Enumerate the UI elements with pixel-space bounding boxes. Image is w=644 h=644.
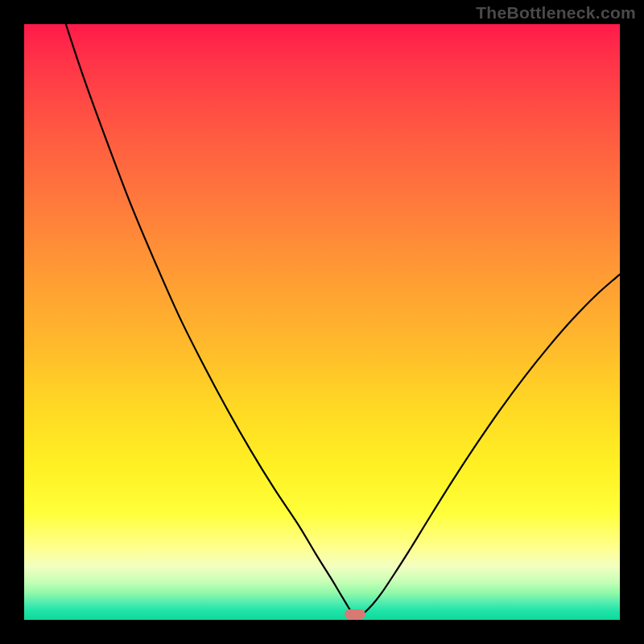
bottleneck-curve [24, 24, 620, 620]
optimum-marker [345, 609, 365, 619]
curve-right-branch [357, 275, 620, 617]
watermark-text: TheBottleneck.com [476, 3, 636, 23]
chart-frame: TheBottleneck.com [0, 0, 644, 644]
plot-area [24, 24, 620, 620]
curve-left-branch [66, 24, 356, 617]
